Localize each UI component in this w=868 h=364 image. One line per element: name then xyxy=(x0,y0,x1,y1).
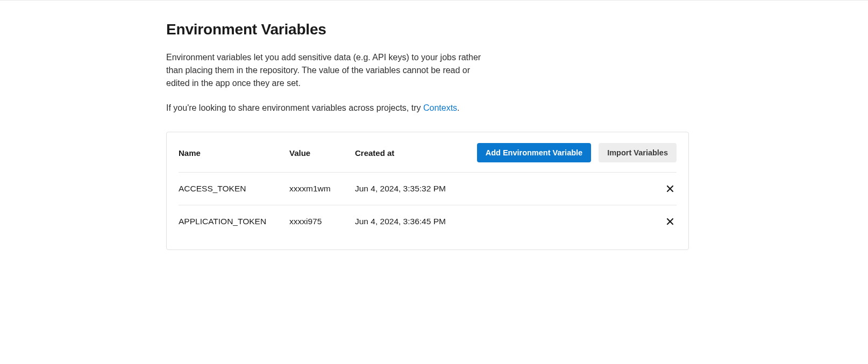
column-header-created: Created at xyxy=(355,148,477,158)
delete-variable-button[interactable] xyxy=(664,215,677,228)
delete-variable-button[interactable] xyxy=(664,182,677,195)
table-actions: Add Environment Variable Import Variable… xyxy=(477,143,677,162)
cell-value: xxxxm1wm xyxy=(289,184,355,194)
cell-delete xyxy=(661,215,677,228)
column-header-value: Value xyxy=(289,148,355,158)
cell-name: APPLICATION_TOKEN xyxy=(179,217,289,226)
page-description: Environment variables let you add sensit… xyxy=(166,51,490,90)
env-vars-container: Environment Variables Environment variab… xyxy=(166,1,689,250)
close-icon xyxy=(666,184,674,193)
cell-delete xyxy=(661,182,677,195)
cell-value: xxxxi975 xyxy=(289,217,355,226)
table-body: ACCESS_TOKENxxxxm1wmJun 4, 2024, 3:35:32… xyxy=(179,173,677,238)
contexts-link[interactable]: Contexts xyxy=(423,103,457,112)
import-variables-button[interactable]: Import Variables xyxy=(599,143,677,162)
contexts-hint: If you're looking to share environment v… xyxy=(166,102,689,115)
table-header-row: Name Value Created at Add Environment Va… xyxy=(179,143,677,173)
close-icon xyxy=(666,217,674,226)
column-header-name: Name xyxy=(179,148,289,158)
table-row: ACCESS_TOKENxxxxm1wmJun 4, 2024, 3:35:32… xyxy=(179,173,677,205)
cell-created: Jun 4, 2024, 3:36:45 PM xyxy=(355,217,661,226)
page-title: Environment Variables xyxy=(166,21,689,38)
add-env-var-button[interactable]: Add Environment Variable xyxy=(477,143,592,162)
env-vars-card: Name Value Created at Add Environment Va… xyxy=(166,132,689,250)
cell-created: Jun 4, 2024, 3:35:32 PM xyxy=(355,184,661,194)
table-row: APPLICATION_TOKENxxxxi975Jun 4, 2024, 3:… xyxy=(179,205,677,238)
cell-name: ACCESS_TOKEN xyxy=(179,184,289,194)
contexts-prefix: If you're looking to share environment v… xyxy=(166,103,423,112)
contexts-suffix: . xyxy=(457,103,459,112)
